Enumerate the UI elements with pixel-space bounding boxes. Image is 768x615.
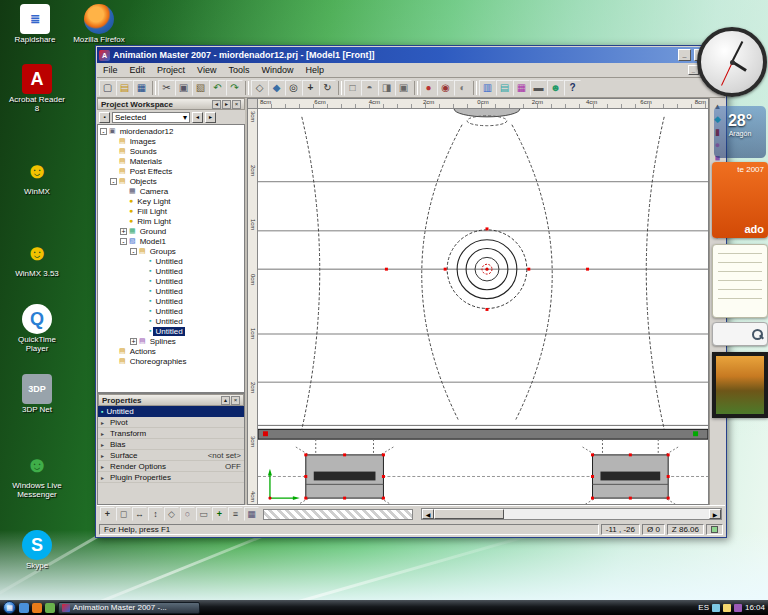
panel-close-icon[interactable]: × — [232, 100, 241, 109]
tree-item[interactable]: - ▤ Groups — [98, 246, 244, 256]
menu-item[interactable]: Project — [151, 65, 191, 75]
move-view-icon[interactable]: + — [302, 80, 319, 96]
undo-icon[interactable]: ↶ — [209, 80, 226, 96]
menu-item[interactable]: Edit — [124, 65, 152, 75]
project-workspace-caption[interactable]: Project Workspace ◂ ▸ × — [97, 98, 245, 110]
tree-item[interactable]: + ▦ Ground — [98, 226, 244, 236]
tree-item[interactable]: ▪ Untitled — [98, 306, 244, 316]
desktop-icon-winmx[interactable]: ☻ WinMX — [8, 156, 66, 196]
taskbar-clock[interactable]: 16:04 — [745, 603, 765, 612]
rotate-icon[interactable]: ◇ — [164, 507, 179, 521]
expand-arrow-icon[interactable]: ▸ — [101, 452, 107, 459]
bound-icon[interactable]: ▭ — [196, 507, 211, 521]
redo-icon[interactable]: ↷ — [226, 80, 243, 96]
desktop-icon-skype[interactable]: S Skype — [8, 530, 66, 570]
tree-item[interactable]: ▪ Untitled — [98, 316, 244, 326]
desktop-icon-rapidshare[interactable]: ≣ Rapidshare — [6, 4, 64, 44]
scale-v-icon[interactable]: ↕ — [148, 507, 163, 521]
quick-launch-icon[interactable] — [32, 603, 42, 613]
new-icon[interactable]: ▢ — [99, 80, 116, 96]
clock-gadget[interactable] — [697, 27, 767, 97]
quick-launch-icon[interactable] — [45, 603, 55, 613]
paste-icon[interactable]: ▧ — [192, 80, 209, 96]
turn-view-icon[interactable]: ↻ — [319, 80, 336, 96]
expand-arrow-icon[interactable]: ▸ — [101, 463, 107, 470]
expand-toggle-icon[interactable]: - — [100, 128, 107, 135]
tray-icon[interactable] — [712, 604, 720, 612]
tool-icon[interactable] — [245, 81, 249, 95]
expand-toggle-icon[interactable]: + — [120, 228, 127, 235]
property-row[interactable]: ▸ Render Options OFF — [98, 461, 244, 472]
panel-left-icon[interactable]: ◂ — [212, 100, 221, 109]
save-icon[interactable]: ▦ — [133, 80, 150, 96]
menu-icon[interactable]: ≡ — [228, 507, 243, 521]
menu-item[interactable]: Help — [299, 65, 330, 75]
expand-toggle-icon[interactable]: - — [110, 178, 117, 185]
desktop-icon-messenger[interactable]: ☻ Windows Live Messenger — [8, 450, 66, 499]
snap-icon[interactable]: ○ — [180, 507, 195, 521]
menu-item[interactable]: View — [191, 65, 222, 75]
expand-arrow-icon[interactable]: ▸ — [101, 419, 107, 426]
pin-icon[interactable]: ▪ — [99, 112, 110, 123]
expand-arrow-icon[interactable]: ▸ — [101, 430, 107, 437]
cut-icon[interactable]: ✂ — [158, 80, 175, 96]
property-row[interactable]: ▸ Transform — [98, 428, 244, 439]
tree-item[interactable]: ▪ Untitled — [98, 276, 244, 286]
window-titlebar[interactable]: A Animation Master 2007 - miordenador12.… — [97, 47, 725, 63]
back-icon[interactable]: ◂ — [192, 112, 203, 123]
notes-gadget[interactable] — [712, 244, 768, 318]
desktop-icon-firefox[interactable]: Mozilla Firefox — [70, 4, 128, 44]
properties-icon[interactable]: ▦ — [513, 80, 530, 96]
tree-item[interactable]: ▪ Untitled — [98, 326, 244, 336]
filter-dropdown[interactable]: Selected ▾ — [112, 112, 190, 123]
panel-close-icon[interactable]: × — [231, 396, 240, 405]
community-icon[interactable]: ☻ — [547, 80, 564, 96]
horizontal-scrollbar[interactable]: ◀ ▶ — [421, 508, 722, 520]
ruler-corner[interactable] — [248, 99, 258, 109]
tree-item[interactable]: ▤ Images — [98, 136, 244, 146]
tool-icon[interactable] — [152, 81, 156, 95]
weather-gadget[interactable]: 28° Aragón — [714, 106, 766, 158]
property-row[interactable]: ▸ Pivot — [98, 417, 244, 428]
tray-icon[interactable] — [734, 604, 742, 612]
tree-item[interactable]: - ▤ Objects — [98, 176, 244, 186]
manipulator-icon[interactable]: ◻ — [116, 507, 131, 521]
tool-icon[interactable] — [414, 81, 418, 95]
menu-item[interactable]: File — [97, 65, 124, 75]
add-icon[interactable]: + — [212, 507, 227, 521]
help-icon[interactable]: ? — [564, 80, 581, 96]
property-row[interactable]: ▸ Plugin Properties — [98, 472, 244, 483]
desktop-icon-3dp[interactable]: 3DP 3DP Net — [8, 374, 66, 414]
start-button[interactable]: ▦ — [3, 601, 16, 614]
tree-item[interactable]: ▦ Camera — [98, 186, 244, 196]
scroll-left-icon[interactable]: ◀ — [422, 509, 434, 519]
expand-arrow-icon[interactable]: ▸ — [101, 474, 107, 481]
tree-item[interactable]: - ▧ Model1 — [98, 236, 244, 246]
progressive-render-icon[interactable]: ◐ — [454, 80, 471, 96]
properties-selected[interactable]: ▪ Untitled — [98, 406, 244, 417]
tree-item[interactable]: ▤ Choreographies — [98, 356, 244, 366]
front-view-icon[interactable]: □ — [344, 80, 361, 96]
tree-item[interactable]: ▪ Untitled — [98, 296, 244, 306]
render-area-icon[interactable]: ◉ — [437, 80, 454, 96]
calendar-gadget[interactable]: te 2007 ado — [712, 162, 768, 238]
scrollbar-thumb[interactable] — [434, 509, 504, 519]
desktop-icon-winmx2[interactable]: ☻ WinMX 3.53 — [8, 238, 66, 278]
tree-item[interactable]: ▪ Untitled — [98, 266, 244, 276]
viewport-canvas[interactable] — [258, 109, 708, 504]
photo-gadget[interactable] — [712, 352, 768, 418]
tree-item[interactable]: ▤ Actions — [98, 346, 244, 356]
camera-view-icon[interactable]: ▣ — [395, 80, 412, 96]
tree-item[interactable]: ▤ Post Effects — [98, 166, 244, 176]
side-view-icon[interactable]: ◨ — [378, 80, 395, 96]
expand-toggle-icon[interactable]: - — [120, 238, 127, 245]
search-gadget[interactable] — [712, 322, 768, 346]
expand-toggle-icon[interactable]: - — [130, 248, 137, 255]
collapse-icon[interactable]: ▴ — [221, 396, 230, 405]
open-icon[interactable]: ▤ — [116, 80, 133, 96]
zoom-icon[interactable]: ◎ — [285, 80, 302, 96]
tree-item[interactable]: ● Fill Light — [98, 206, 244, 216]
property-row[interactable]: ▸ Bias — [98, 439, 244, 450]
library-icon[interactable]: ▥ — [479, 80, 496, 96]
desktop-icon-acrobat[interactable]: A Acrobat Reader 8 — [8, 64, 66, 113]
